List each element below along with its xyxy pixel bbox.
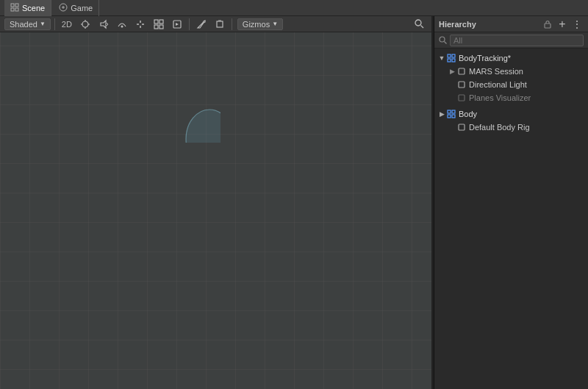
svg-rect-3 xyxy=(15,8,18,11)
svg-rect-76 xyxy=(459,95,465,101)
shading-dropdown-arrow: ▼ xyxy=(40,21,46,27)
effects-icon-btn[interactable] xyxy=(114,18,130,31)
gizmos-label: Gizmos xyxy=(243,20,270,29)
svg-rect-19 xyxy=(159,20,163,24)
arrow-mars-session: ▶ xyxy=(448,67,456,76)
hierarchy-tree: ▼ BodyTracking* ▶ MARS Session ▶ xyxy=(434,49,588,389)
svg-rect-77 xyxy=(448,110,451,113)
main-area: Shaded ▼ 2D xyxy=(0,16,588,389)
svg-rect-70 xyxy=(448,54,451,57)
svg-point-13 xyxy=(121,25,123,27)
label-planes-visualizer: Planes Visualizer xyxy=(469,93,531,102)
svg-rect-2 xyxy=(11,8,14,11)
svg-rect-72 xyxy=(448,59,451,62)
tab-game[interactable]: Game xyxy=(53,0,99,16)
arrow-bodytracking: ▼ xyxy=(437,54,446,63)
gizmos-dropdown-arrow: ▼ xyxy=(272,21,278,27)
lock-button[interactable] xyxy=(541,18,554,31)
tree-item-body[interactable]: ▶ Body xyxy=(434,107,588,121)
icon-directional-light xyxy=(456,79,467,90)
grid-icon-btn[interactable] xyxy=(151,18,167,31)
svg-marker-10 xyxy=(101,21,106,28)
tab-scene[interactable]: Scene xyxy=(4,0,51,16)
settings-icon-btn[interactable] xyxy=(212,18,228,31)
viewport-search-btn[interactable] xyxy=(411,18,427,31)
scene-svg: y x Persp xyxy=(0,32,220,143)
svg-rect-78 xyxy=(452,110,455,113)
svg-line-69 xyxy=(445,42,447,44)
hierarchy-actions: + ⋮ xyxy=(541,18,584,31)
game-tab-icon xyxy=(59,3,68,13)
label-mars-session: MARS Session xyxy=(469,67,523,76)
more-options-button[interactable]: ⋮ xyxy=(570,18,584,31)
svg-rect-21 xyxy=(159,25,163,29)
hierarchy-search-input[interactable] xyxy=(450,35,584,46)
tree-item-mars-session[interactable]: ▶ MARS Session xyxy=(434,65,588,78)
hierarchy-search xyxy=(434,32,588,49)
human-body-group xyxy=(61,110,220,143)
svg-rect-71 xyxy=(452,54,455,57)
svg-rect-18 xyxy=(154,20,158,24)
svg-rect-75 xyxy=(459,82,465,88)
hierarchy-header: Hierarchy + ⋮ xyxy=(434,16,588,32)
tree-item-bodytracking[interactable]: ▼ BodyTracking* xyxy=(434,51,588,65)
svg-point-29 xyxy=(186,110,220,143)
arrow-body: ▶ xyxy=(437,110,446,118)
hide-icon-btn[interactable] xyxy=(132,18,148,31)
render-icon-btn[interactable] xyxy=(169,18,185,31)
svg-rect-81 xyxy=(459,124,465,130)
scene-viewport[interactable]: Shaded ▼ 2D xyxy=(0,16,431,389)
svg-point-68 xyxy=(440,37,445,42)
svg-rect-1 xyxy=(15,4,18,7)
label-body: Body xyxy=(459,110,477,118)
tab-game-label: Game xyxy=(71,4,93,13)
svg-rect-80 xyxy=(452,115,455,118)
tab-scene-label: Scene xyxy=(22,4,45,13)
svg-rect-73 xyxy=(452,59,455,62)
label-directional-light: Directional Light xyxy=(469,80,527,89)
svg-rect-0 xyxy=(11,4,14,7)
icon-planes-visualizer xyxy=(456,93,467,103)
tree-item-default-body-rig[interactable]: ▶ Default Body Rig xyxy=(434,121,588,134)
gizmos-dropdown[interactable]: Gizmos ▼ xyxy=(237,18,283,30)
scene-toolbar: Shaded ▼ 2D xyxy=(0,16,431,32)
hierarchy-title: Hierarchy xyxy=(439,20,538,29)
label-bodytracking: BodyTracking* xyxy=(459,54,511,63)
scene-tab-icon xyxy=(10,3,19,13)
tools-icon-btn[interactable] xyxy=(193,18,209,31)
2d-button[interactable]: 2D xyxy=(59,18,75,31)
svg-line-27 xyxy=(420,26,423,29)
shading-label: Shaded xyxy=(10,20,37,29)
svg-rect-74 xyxy=(459,68,465,74)
svg-rect-67 xyxy=(545,24,551,28)
icon-bodytracking xyxy=(446,53,456,63)
svg-line-12 xyxy=(107,24,108,26)
label-default-body-rig: Default Body Rig xyxy=(469,123,530,132)
tree-item-directional-light[interactable]: ▶ Directional Light xyxy=(434,78,588,91)
add-button[interactable]: + xyxy=(556,18,569,31)
shading-dropdown[interactable]: Shaded ▼ xyxy=(4,18,51,30)
svg-point-5 xyxy=(82,21,88,27)
svg-rect-79 xyxy=(448,115,451,118)
icon-mars-session xyxy=(456,66,467,76)
lighting-icon-btn[interactable] xyxy=(77,18,93,31)
icon-default-body-rig xyxy=(456,122,467,132)
search-icon xyxy=(439,36,447,44)
top-toolbar: Scene Game xyxy=(0,0,588,16)
svg-rect-23 xyxy=(217,21,223,27)
audio-icon-btn[interactable] xyxy=(96,18,112,31)
hierarchy-panel: Hierarchy + ⋮ ▼ BodyTracking* xyxy=(434,16,588,389)
tree-item-planes-visualizer[interactable]: ▶ Planes Visualizer xyxy=(434,91,588,104)
icon-body xyxy=(446,109,456,119)
svg-point-26 xyxy=(415,20,421,26)
svg-rect-20 xyxy=(154,25,158,29)
